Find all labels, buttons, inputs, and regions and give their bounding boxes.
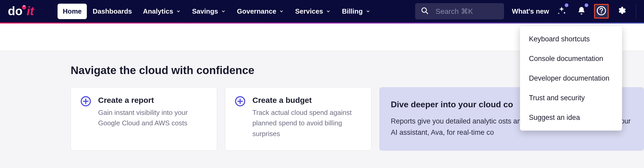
help-button[interactable]: [594, 4, 609, 19]
help-icon: [596, 6, 606, 17]
nav-label: Home: [63, 7, 82, 15]
chevron-down-icon: [176, 9, 181, 14]
chevron-down-icon: [365, 9, 371, 14]
logo[interactable]: do it: [8, 5, 52, 18]
svg-line-4: [426, 12, 428, 14]
sparkle-icon: [557, 6, 567, 17]
nav-label: Analytics: [143, 7, 173, 15]
menu-console-documentation[interactable]: Console documentation: [520, 49, 622, 69]
search-placeholder: Search ⌘K: [436, 7, 473, 16]
card-desc: Gain instant visibility into your Google…: [98, 107, 207, 128]
ai-sparkle-button[interactable]: [554, 4, 569, 19]
menu-trust-security[interactable]: Trust and security: [520, 88, 622, 108]
header-actions: What's new: [512, 4, 636, 19]
notification-dot: [585, 3, 588, 7]
bell-icon: [577, 6, 586, 16]
card-title: Create a budget: [252, 96, 362, 105]
chevron-down-icon: [279, 9, 284, 14]
plus-circle-icon: [235, 96, 246, 142]
nav-label: Dashboards: [93, 7, 132, 15]
nav-billing[interactable]: Billing: [337, 4, 376, 19]
card-title: Create a report: [98, 96, 207, 105]
nav-label: Savings: [192, 7, 218, 15]
nav-analytics[interactable]: Analytics: [138, 4, 187, 19]
plus-circle-icon: [80, 96, 91, 142]
nav-label: Services: [295, 7, 323, 15]
chevron-down-icon: [326, 9, 331, 14]
menu-keyboard-shortcuts[interactable]: Keyboard shortcuts: [520, 29, 622, 49]
top-header: do it Home Dashboards Analytics Savings …: [0, 0, 644, 24]
gear-icon: [617, 6, 626, 16]
nav-governance[interactable]: Governance: [232, 4, 289, 19]
create-report-card[interactable]: Create a report Gain instant visibility …: [71, 87, 217, 151]
svg-text:do: do: [8, 5, 22, 18]
menu-suggest-idea[interactable]: Suggest an idea: [520, 108, 622, 127]
nav-home[interactable]: Home: [58, 4, 87, 19]
svg-point-6: [601, 12, 602, 13]
vertical-divider: [636, 4, 636, 18]
nav-label: Governance: [237, 7, 276, 15]
search-icon: [421, 7, 429, 16]
card-desc: Track actual cloud spend against planned…: [252, 107, 362, 139]
chevron-down-icon: [221, 9, 226, 14]
nav-label: Billing: [342, 7, 363, 15]
create-budget-card[interactable]: Create a budget Track actual cloud spend…: [225, 87, 371, 151]
help-dropdown-menu: Keyboard shortcuts Console documentation…: [520, 26, 622, 131]
nav-services[interactable]: Services: [290, 4, 336, 19]
notification-dot: [565, 3, 568, 7]
svg-text:it: it: [27, 5, 35, 18]
nav-savings[interactable]: Savings: [187, 4, 231, 19]
main-nav: Home Dashboards Analytics Savings Govern…: [58, 4, 376, 19]
settings-button[interactable]: [614, 4, 629, 19]
whats-new-link[interactable]: What's new: [512, 7, 549, 15]
menu-developer-documentation[interactable]: Developer documentation: [520, 69, 622, 88]
nav-dashboards[interactable]: Dashboards: [87, 4, 137, 19]
search-box[interactable]: Search ⌘K: [415, 3, 504, 19]
notifications-button[interactable]: [574, 4, 589, 19]
